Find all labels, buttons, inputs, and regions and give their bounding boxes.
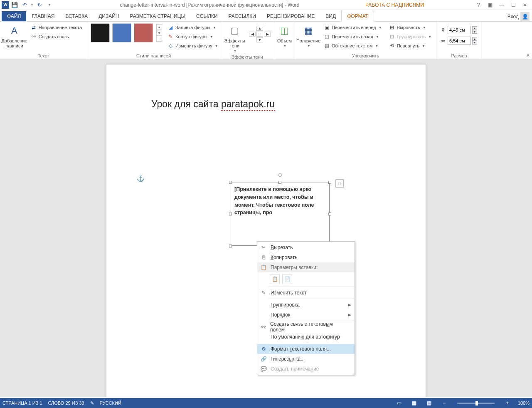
tab-layout[interactable]: РАЗМЕТКА СТРАНИЦЫ [125,11,191,21]
nudge-right[interactable]: ▶ [264,32,271,37]
width-spinner[interactable]: ▲▼ [472,37,477,45]
bring-forward-label: Переместить вперед [332,25,376,30]
bring-forward-button[interactable]: ▣ Переместить вперед ▼ [322,23,384,32]
nudge-left[interactable]: ◀ [249,32,256,37]
resize-handle-tr[interactable] [328,181,331,184]
sb-proofing-icon[interactable]: ✎ [90,401,94,406]
shadow-nudge-pad[interactable]: ▲ ◀ □ ▶ ▼ [249,26,271,42]
signin[interactable]: Вход 👤 [507,12,532,21]
tab-review[interactable]: РЕЦЕНЗИРОВАНИЕ [261,11,320,21]
help-button[interactable]: ? [474,0,483,10]
style-swatch-2[interactable] [112,23,131,42]
align-button[interactable]: ⊞ Выровнять ▼ [387,23,433,32]
cm-edit-text[interactable]: ✎ Изменить текст [257,288,355,298]
zoom-out-button[interactable]: − [440,399,449,407]
cm-hyperlink[interactable]: 🔗 Гиперссылка... [257,354,355,364]
heading-text: Урок для сайта [151,99,221,109]
signin-label: Вход [507,14,519,20]
add-caption-button[interactable]: A Добавление надписи [3,23,25,49]
cm-format-label: Формат текстового поля... [271,346,331,352]
anchor-icon[interactable]: ⚓ [136,174,145,182]
rotate-handle[interactable] [278,173,282,177]
volume-button[interactable]: ◫ Объем ▼ [275,23,295,49]
paste-option-1[interactable]: 📋 [270,274,280,284]
minimize-button[interactable]: — [497,0,506,10]
title-bar: W 💾 ↶ ▼ ↻ ▾ change-letter-interval-in-wo… [0,0,532,10]
cm-grouping[interactable]: Группировка ▶ [257,300,355,310]
tab-mailings[interactable]: РАССЫЛКИ [223,11,261,21]
nudge-up[interactable]: ▲ [256,26,263,31]
wrap-text-label: Обтекание текстом [332,43,373,48]
cm-order[interactable]: Порядок ▶ [257,310,355,320]
shape-outline-button[interactable]: ✎ Контур фигуры ▼ [165,32,220,41]
cm-cut[interactable]: ✂ Вырезать [257,242,355,252]
width-input[interactable] [448,37,471,45]
shape-change-button[interactable]: ◇ Изменить фигуру ▼ [165,42,220,50]
ribbon-collapse-button[interactable]: ᐱ [527,53,530,58]
height-input[interactable] [448,26,471,34]
cm-hyperlink-label: Гиперссылка... [271,356,305,362]
outline-icon: ✎ [167,33,174,40]
sb-page[interactable]: СТРАНИЦА 1 ИЗ 1 [2,401,42,406]
view-read-button[interactable]: ▭ [395,399,404,407]
tab-references[interactable]: ССЫЛКИ [191,11,223,21]
tab-home[interactable]: ГЛАВНАЯ [26,11,60,21]
position-button[interactable]: ▦ Положение ▼ [298,23,318,49]
tab-file[interactable]: ФАЙЛ [2,11,26,21]
tab-insert[interactable]: ВСТАВКА [60,11,93,21]
height-icon: ⇕ [440,27,446,33]
resize-handle-lc[interactable] [229,213,232,215]
nudge-down[interactable]: ▼ [256,37,263,42]
qat-customize[interactable]: ▾ [45,0,54,10]
style-gallery-more[interactable]: ▲▼⋯ [156,24,162,42]
cm-separator [269,299,354,299]
textbox[interactable]: [Привлеките в помощью ярко документа или… [231,183,330,246]
create-link-button[interactable]: ⚯ Создать связь [29,32,84,41]
cm-format-textbox[interactable]: ⚙ Формат текстового поля... [257,344,355,354]
cm-paste-label: Параметры вставки: [271,265,318,270]
wrap-text-button[interactable]: ▤ Обтекание текстом ▼ [322,42,384,50]
tab-design[interactable]: ДИЗАЙН [93,11,124,21]
redo-button[interactable]: ↻ [35,0,44,10]
tab-view[interactable]: ВИД [320,11,341,21]
send-backward-button[interactable]: ▢ Переместить назад ▼ [322,32,384,41]
page-heading[interactable]: Урок для сайта paratapok.ru [151,99,275,110]
nudge-center[interactable]: □ [256,32,263,37]
shadow-effects-button[interactable]: ▢ Эффекты тени ▼ [224,23,246,54]
sb-zoom[interactable]: 100% [518,401,530,406]
style-gallery[interactable]: ▲▼⋯ [91,23,162,42]
view-web-button[interactable]: ▤ [425,399,434,407]
tab-format[interactable]: ФОРМАТ [341,11,374,22]
resize-handle-tl[interactable] [229,181,232,184]
save-button[interactable]: 💾 [10,0,19,10]
height-spinner[interactable]: ▲▼ [472,26,477,34]
style-swatch-1[interactable] [91,23,110,42]
shape-fill-button[interactable]: ◢ Заливка фигуры ▼ [165,23,220,32]
style-swatch-3[interactable] [134,23,153,42]
sb-words[interactable]: СЛОВО 29 ИЗ 33 [48,401,84,406]
textbox-selection[interactable]: ⌗ [Привлеките в помощью ярко документа и… [228,180,332,248]
paste-option-2[interactable]: 📄 [282,274,292,284]
zoom-in-button[interactable]: + [503,399,512,407]
undo-dropdown[interactable]: ▼ [30,0,34,10]
text-direction-button[interactable]: ⇄ Направление текста [29,23,84,32]
context-menu: ✂ Вырезать ⎘ Копировать 📋 Параметры вста… [257,241,355,375]
maximize-button[interactable]: ☐ [509,0,518,10]
rotate-button[interactable]: ⟲ Повернуть ▼ [387,42,433,50]
shadow-label: Эффекты тени [224,38,245,48]
resize-handle-bl[interactable] [229,245,232,247]
cm-copy[interactable]: ⎘ Копировать [257,252,355,262]
ribbon-group-size: ⇕ ▲▼ ⇔ ▲▼ Размер [436,22,482,59]
wrap-text-icon: ▤ [323,42,330,49]
zoom-slider[interactable] [457,403,495,404]
cm-create-text-link[interactable]: ⚯ Создать связь с текстовым полем [257,322,355,332]
layout-options-button[interactable]: ⌗ [335,179,344,188]
ribbon-display-button[interactable]: ▣ [485,0,495,10]
undo-button[interactable]: ↶ [20,0,29,10]
resize-handle-rc[interactable] [328,213,331,215]
sb-language[interactable]: РУССКИЙ [100,401,121,406]
close-button[interactable]: ✕ [520,0,530,10]
resize-handle-tc[interactable] [278,181,281,184]
view-print-button[interactable]: ▦ [410,399,419,407]
cm-default-autoshape[interactable]: По умолчанию для автофигур [257,332,355,342]
